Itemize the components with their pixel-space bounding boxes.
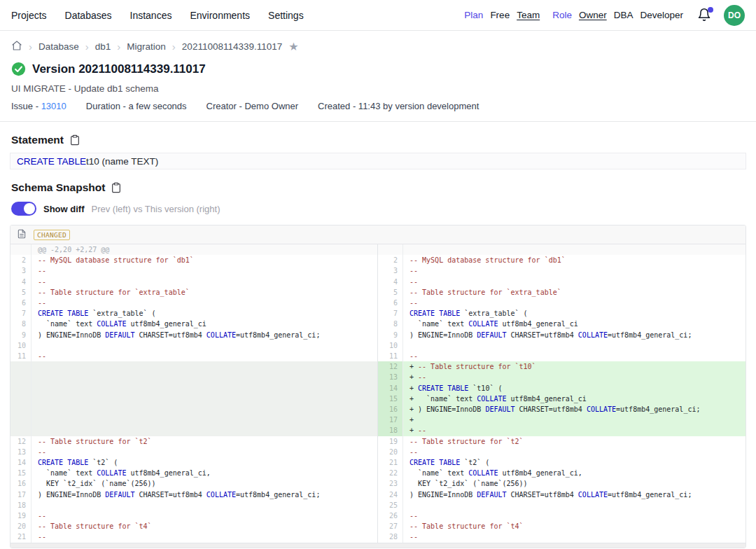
diff-row: 5-- Table structure for `extra_table`5--… [10, 287, 746, 298]
line-number: 6 [10, 298, 31, 308]
code-line: -- [403, 510, 746, 521]
breadcrumb-item[interactable]: Database [38, 41, 79, 52]
nav-item-instances[interactable]: Instances [130, 10, 172, 21]
code-line: ) ENGINE=InnoDB DEFAULT CHARSET=utf8mb4 … [403, 330, 746, 340]
code-line: CREATE TABLE `t2` ( [403, 457, 746, 468]
diff-body[interactable]: @@ -2,20 +2,27 @@2-- MySQL database stru… [10, 244, 746, 543]
statement-heading: Statement [11, 134, 64, 146]
diff-header: CHANGED [10, 225, 746, 244]
diff-row: 1825 [10, 500, 746, 510]
avatar[interactable]: DO [724, 5, 745, 26]
nav-item-databases[interactable]: Databases [65, 10, 112, 21]
gap-gutter [10, 425, 31, 436]
version-meta: Issue - 13010Duration - a few secondsCre… [11, 101, 745, 111]
line-number: 27 [377, 521, 403, 531]
file-icon [17, 229, 27, 241]
line-number: 7 [10, 308, 31, 319]
hunk-header [403, 244, 746, 255]
nav-item-environments[interactable]: Environments [190, 10, 250, 21]
diff-row: 6--6-- [10, 298, 746, 308]
code-line: -- Table structure for `extra_table` [31, 287, 377, 298]
breadcrumb-item[interactable]: db1 [95, 41, 111, 52]
code-line: CREATE TABLE `t2` ( [31, 457, 377, 468]
code-line: + CREATE TABLE `t10` ( [403, 383, 746, 394]
diff-row: 20-- Table structure for `t4`27-- Table … [10, 521, 746, 531]
line-number: 23 [377, 478, 403, 489]
code-line: -- MySQL database structure for `db1` [31, 255, 377, 265]
plan-label[interactable]: Plan [464, 10, 483, 20]
code-line: -- [31, 298, 377, 308]
line-number [10, 244, 31, 255]
notification-bell-icon[interactable] [697, 8, 713, 23]
role-label[interactable]: Role [552, 10, 572, 20]
code-line: -- MySQL database structure for `db1` [403, 255, 746, 265]
role-owner-link[interactable]: Owner [579, 10, 607, 20]
code-line: -- [31, 447, 377, 457]
copy-statement-icon[interactable] [69, 134, 80, 146]
code-line: `name` text COLLATE utf8mb4_general_ci [403, 319, 746, 329]
issue-link[interactable]: 13010 [41, 101, 66, 111]
line-number: 4 [377, 277, 403, 287]
gap-gutter [10, 415, 31, 425]
code-line: KEY `t2_idx` (`name`(256)) [403, 478, 746, 489]
code-line: `name` text COLLATE utf8mb4_general_ci, [403, 468, 746, 478]
role-developer[interactable]: Developer [640, 10, 683, 20]
top-nav: ProjectsDatabasesInstancesEnvironmentsSe… [0, 0, 756, 31]
star-icon[interactable]: ★ [288, 41, 298, 53]
nav-item-settings[interactable]: Settings [268, 10, 304, 21]
code-line: -- [403, 531, 746, 542]
code-line: -- Table structure for `t2` [403, 436, 746, 447]
code-line: -- [403, 298, 746, 308]
gap-code [31, 415, 377, 425]
line-number: 15 [377, 394, 403, 404]
plan-free[interactable]: Free [490, 10, 510, 20]
nav-item-projects[interactable]: Projects [11, 10, 47, 21]
line-number: 7 [377, 308, 403, 319]
line-number: 20 [10, 521, 31, 531]
breadcrumb-item[interactable]: Migration [127, 41, 166, 52]
line-number: 12 [377, 361, 403, 372]
show-diff-toggle[interactable] [11, 202, 36, 216]
nav-right: Plan Free Team Role Owner DBA Developer … [464, 5, 745, 26]
code-line: + -- [403, 425, 746, 436]
line-number: 25 [377, 500, 403, 510]
gap-code [31, 394, 377, 404]
code-line [31, 340, 377, 351]
page-title: Version 20211008114339.11017 [32, 62, 206, 76]
line-number: 28 [377, 531, 403, 542]
line-number: 17 [10, 489, 31, 500]
gap-gutter [10, 383, 31, 394]
line-number: 5 [10, 287, 31, 298]
role-dba[interactable]: DBA [614, 10, 634, 20]
code-line: ) ENGINE=InnoDB DEFAULT CHARSET=utf8mb4 … [403, 489, 746, 500]
line-number: 16 [377, 404, 403, 415]
gap-gutter [10, 361, 31, 372]
copy-snapshot-icon[interactable] [111, 182, 122, 193]
chevron-right-icon: › [85, 41, 89, 52]
diff-row: 14CREATE TABLE `t2` (21CREATE TABLE `t2`… [10, 457, 746, 468]
diff-hunk-row: @@ -2,20 +2,27 @@ [10, 244, 746, 255]
plan-team-link[interactable]: Team [517, 10, 540, 20]
line-number: 18 [10, 500, 31, 510]
gap-code [31, 425, 377, 436]
line-number: 9 [377, 330, 403, 340]
line-number: 3 [377, 265, 403, 276]
line-number: 9 [10, 330, 31, 340]
statement-code[interactable]: CREATE TABLE t10 (name TEXT) [10, 153, 746, 169]
version-description: UI MIGRATE - Update db1 schema [11, 83, 745, 94]
line-number: 20 [377, 447, 403, 457]
line-number: 16 [10, 478, 31, 489]
home-icon[interactable] [11, 40, 22, 53]
breadcrumb-item[interactable]: 20211008114339.11017 [182, 41, 282, 52]
diff-row: 16 KEY `t2_idx` (`name`(256))23 KEY `t2_… [10, 478, 746, 489]
show-diff-hint: Prev (left) vs This version (right) [92, 204, 220, 214]
diff-row: 4--4-- [10, 277, 746, 287]
gap-code [31, 361, 377, 372]
version-header: Version 20211008114339.11017 UI MIGRATE … [0, 53, 756, 111]
code-line: -- [403, 277, 746, 287]
gap-gutter [10, 394, 31, 404]
diff-row: 13--20-- [10, 447, 746, 457]
line-number: 22 [377, 468, 403, 478]
horizontal-scrollbar[interactable] [10, 543, 746, 548]
line-number: 13 [10, 447, 31, 457]
